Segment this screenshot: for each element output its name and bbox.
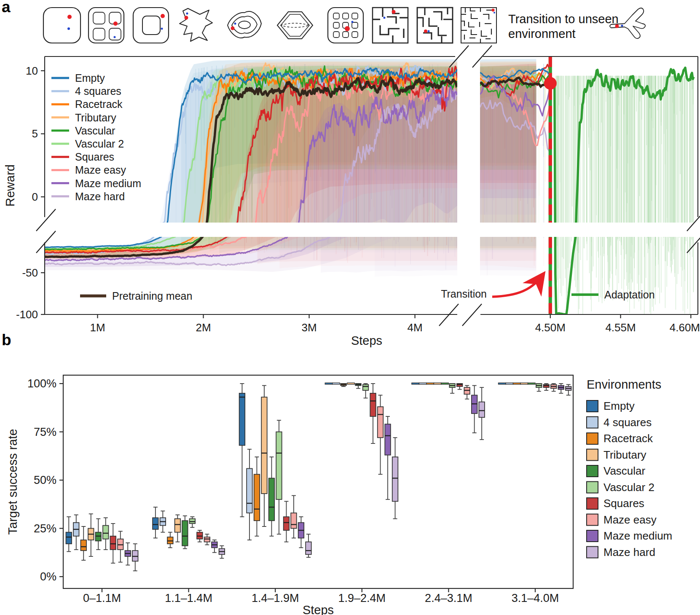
maze-medium-env-icon [417,8,453,43]
box-maze_easy-g1 [118,531,123,562]
racetrack-env-icon [133,8,169,43]
x-tick-label: 0–1.1M [83,592,121,604]
panel-a-ylabel: Reward [3,164,17,207]
box-squares-g6 [544,384,550,390]
transition-note: Transition to unseen environment [508,12,619,42]
box-maze_medium-g5 [472,386,477,433]
legend-b-swatch [587,433,598,444]
figure-chart: 1050-50-1001M2M3M4M4.50M4.55M4.60MStepsR… [0,0,700,615]
figure-page: a b Transition to unseen environment 105… [0,0,700,615]
legend-a-item-racetrack: Racetrack [51,98,123,110]
legend-a-label: Racetrack [75,98,123,110]
legend-b-swatch [587,547,598,558]
box [182,521,188,546]
x-tick-label: 4.50M [535,321,566,334]
box-collapsed [499,383,506,384]
vascular-env-icon [228,11,261,38]
x-tick-label: 4.55M [605,321,636,334]
box-squares-g4 [370,384,376,443]
x-tick-label: 2.4–3.1M [425,592,472,604]
box-maze_medium-g6 [558,384,564,393]
legend-b-title: Environments [587,378,661,391]
y-tick-label: 100% [27,377,56,390]
y-tick-label: 5 [32,127,38,140]
box-vascular2-g5 [449,384,455,393]
box [269,478,275,521]
box-maze_medium-g4 [385,416,391,500]
box-empty-g1 [66,517,72,551]
box-collapsed [333,383,340,384]
box [153,518,158,529]
four-squares-env-icon [89,8,124,43]
box [103,526,109,539]
tributary-env-icon [180,8,212,41]
box [306,542,311,555]
panel-b-label: b [2,331,11,349]
box-tributary-g4 [347,383,355,384]
pretraining-mean-legend: Pretraining mean [80,290,192,302]
legend-a-item-4_squares: 4 squares [51,85,121,97]
legend-a-item-vascular2: Vascular 2 [51,138,124,150]
box-maze_hard-g6 [566,384,571,395]
box-vascular-g2 [182,516,188,549]
maze-hard-env-icon [461,8,496,43]
vascular-2-env-icon [277,12,313,39]
y-tick-label: -50 [22,266,38,279]
legend-a-label: Maze hard [75,191,125,202]
box-4_squares-g4 [333,383,340,384]
legend-a-item-maze_medium: Maze medium [51,177,141,189]
squares-env-icon [328,8,363,43]
empty-env-icon [43,8,80,43]
box-empty-g5 [412,383,419,384]
box-tributary-g2 [175,515,181,542]
legend-a-item-tributary: Tributary [51,112,116,124]
legend-a-item-vascular: Vascular [51,125,115,137]
legend-a-label: Tributary [75,112,116,124]
legend-b-label: 4 squares [603,416,652,429]
box-collapsed [528,383,536,384]
box-maze_hard-g1 [132,544,138,571]
box [291,513,297,529]
box-tributary-g3 [261,386,267,526]
legend-a-label: Empty [75,72,105,84]
box-vascular-g4 [355,384,361,388]
maze-easy-env-icon [373,8,408,43]
legend-b-label: Tributary [603,448,646,461]
box-collapsed [441,383,449,384]
box-collapsed [506,383,513,384]
legend-b-label: Maze hard [603,546,655,559]
panel-a-plot: 1050-50-1001M2M3M4M4.50M4.55M4.60MStepsR… [3,46,700,347]
box-4_squares-g6 [506,383,513,384]
legend-a-label: Squares [75,151,114,163]
box-vascular-g3 [269,457,275,536]
box-maze_easy-g6 [551,384,557,391]
axis-break-mark [462,304,482,326]
box-maze_easy-g4 [378,395,384,474]
box-maze_hard-g4 [392,438,398,518]
legend-b-label: Maze medium [603,529,672,542]
legend-b-swatch [587,482,598,493]
box-collapsed [412,383,419,384]
box-vascular2-g6 [536,384,542,391]
box-empty-g6 [499,383,506,384]
box-tributary-g1 [88,514,94,556]
panel-a-legend: Empty4 squaresRacetrackTributaryVascular… [51,72,141,202]
panel-a-data [45,56,694,316]
box-empty-g2 [153,507,158,538]
x-tick-label: 1.1–1.4M [165,592,212,604]
box-collapsed [347,383,355,384]
legend-b-item-4_squares: 4 squares [587,416,652,429]
legend-b-label: Vascular 2 [603,481,654,494]
box-collapsed [419,383,426,384]
legend-a-item-maze_hard: Maze hard [51,191,125,202]
box [284,517,290,530]
box-racetrack-g3 [254,457,260,536]
legend-a-item-squares: Squares [51,151,114,163]
box-squares-g5 [457,384,463,389]
x-tick-label: 1.9–2.4M [338,592,386,604]
legend-b-label: Squares [603,497,644,510]
legend-b-label: Empty [603,400,635,412]
box [479,402,485,418]
box [378,407,384,438]
axis-break-mark [36,209,56,231]
